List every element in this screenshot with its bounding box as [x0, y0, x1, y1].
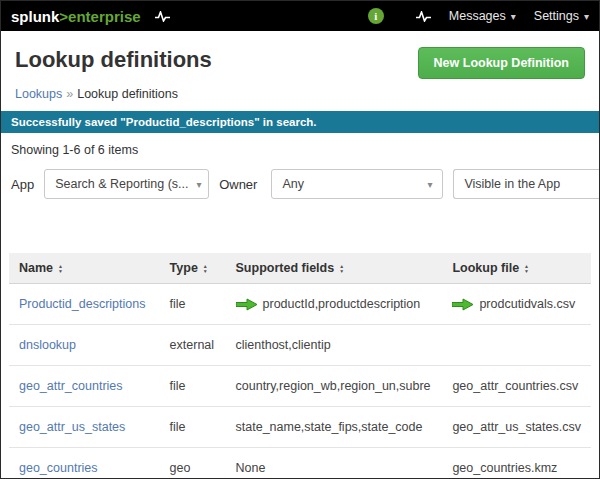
- breadcrumb-current: Lookup definitions: [77, 87, 178, 101]
- column-header-name[interactable]: Name: [9, 253, 160, 284]
- column-header-lookup-file[interactable]: Lookup file: [442, 253, 591, 284]
- lookup-file: geo_countries.kmz: [442, 448, 591, 479]
- chevron-down-icon: [197, 177, 202, 191]
- lookup-fields: country,region_wb,region_un,subre: [226, 366, 443, 407]
- lookup-name-link[interactable]: geo_attr_countries: [9, 366, 160, 407]
- visibility-filter-value: Visible in the App: [464, 177, 560, 191]
- splunk-lookup-definitions-page: { "topbar": { "brand": "splunk", "produc…: [0, 0, 600, 479]
- green-arrow-icon: [452, 298, 474, 311]
- activity-pulse-icon[interactable]: [416, 11, 431, 22]
- table-row: dnslookup external clienthost,clientip: [9, 325, 591, 366]
- lookup-name-link[interactable]: Productid_descriptions: [9, 284, 160, 325]
- breadcrumb-lookups-link[interactable]: Lookups: [15, 87, 62, 101]
- lookup-file: geo_attr_countries.csv: [442, 366, 591, 407]
- table-row: geo_countries geo None geo_countries.kmz: [9, 448, 591, 479]
- lookup-fields: state_name,state_fips,state_code: [226, 407, 443, 448]
- info-icon[interactable]: [368, 8, 384, 24]
- lookup-name-link[interactable]: dnslookup: [9, 325, 160, 366]
- page-title: Lookup definitions: [15, 47, 212, 73]
- lookup-type: external: [160, 325, 226, 366]
- sort-icon: [203, 264, 208, 274]
- filter-bar: App Search & Reporting (s... Owner Any V…: [1, 165, 599, 203]
- lookup-file: prodcutidvals.csv: [442, 284, 591, 325]
- column-header-supported-fields[interactable]: Supported fields: [226, 253, 443, 284]
- file-text: prodcutidvals.csv: [479, 297, 575, 311]
- breadcrumb-separator: »: [62, 87, 77, 101]
- chevron-down-icon: [511, 9, 516, 23]
- column-header-type[interactable]: Type: [160, 253, 226, 284]
- settings-menu[interactable]: Settings: [534, 9, 589, 23]
- app-filter-value: Search & Reporting (s...: [55, 177, 188, 191]
- lookup-name-link[interactable]: geo_attr_us_states: [9, 407, 160, 448]
- lookup-fields: clienthost,clientip: [226, 325, 443, 366]
- splunk-logo[interactable]: splunk>enterprise: [11, 8, 141, 25]
- lookup-definitions-table: Name Type Supported fields Lookup file P…: [9, 253, 591, 479]
- results-count: Showing 1-6 of 6 items: [1, 133, 599, 165]
- app-filter-select[interactable]: Search & Reporting (s...: [44, 169, 209, 199]
- chevron-down-icon: [427, 177, 432, 191]
- chevron-down-icon: [584, 9, 589, 23]
- breadcrumb: Lookups»Lookup definitions: [1, 85, 599, 111]
- success-banner: Successfully saved "Productid_descriptio…: [1, 111, 599, 133]
- lookup-type: file: [160, 366, 226, 407]
- owner-filter-value: Any: [282, 177, 304, 191]
- top-bar: splunk>enterprise Messages Settings: [1, 1, 599, 31]
- lookup-fields: None: [226, 448, 443, 479]
- sort-icon: [58, 264, 63, 274]
- messages-menu[interactable]: Messages: [449, 9, 516, 23]
- sort-icon: [339, 264, 344, 274]
- lookup-file: geo_attr_us_states.csv: [442, 407, 591, 448]
- table-row: Productid_descriptions file productId,pr…: [9, 284, 591, 325]
- lookup-type: file: [160, 284, 226, 325]
- green-arrow-icon: [236, 298, 258, 311]
- header-label: Name: [19, 261, 53, 275]
- page-header: Lookup definitions New Lookup Definition: [1, 31, 599, 85]
- header-label: Lookup file: [452, 261, 519, 275]
- owner-filter-label: Owner: [219, 177, 257, 192]
- lookup-fields: productId,productdescription: [226, 284, 443, 325]
- table-row: geo_attr_countries file country,region_w…: [9, 366, 591, 407]
- fields-text: productId,productdescription: [263, 297, 421, 311]
- table-header-row: Name Type Supported fields Lookup file: [9, 253, 591, 284]
- topbar-right-menu: Messages Settings: [368, 8, 589, 24]
- messages-label: Messages: [449, 9, 506, 23]
- lookup-type: file: [160, 407, 226, 448]
- logo-brand: splunk: [11, 8, 59, 25]
- lookup-file: [442, 325, 591, 366]
- table-row: geo_attr_us_states file state_name,state…: [9, 407, 591, 448]
- new-lookup-definition-button[interactable]: New Lookup Definition: [418, 47, 585, 79]
- settings-label: Settings: [534, 9, 579, 23]
- lookup-type: geo: [160, 448, 226, 479]
- owner-filter-select[interactable]: Any: [271, 169, 443, 199]
- visibility-filter-select[interactable]: Visible in the App: [453, 169, 599, 199]
- activity-pulse-icon[interactable]: [155, 11, 170, 22]
- app-filter-label: App: [11, 177, 34, 192]
- lookup-name-link[interactable]: geo_countries: [9, 448, 160, 479]
- sort-icon: [524, 264, 529, 274]
- header-label: Type: [170, 261, 198, 275]
- header-label: Supported fields: [236, 261, 335, 275]
- logo-product: >enterprise: [59, 8, 140, 25]
